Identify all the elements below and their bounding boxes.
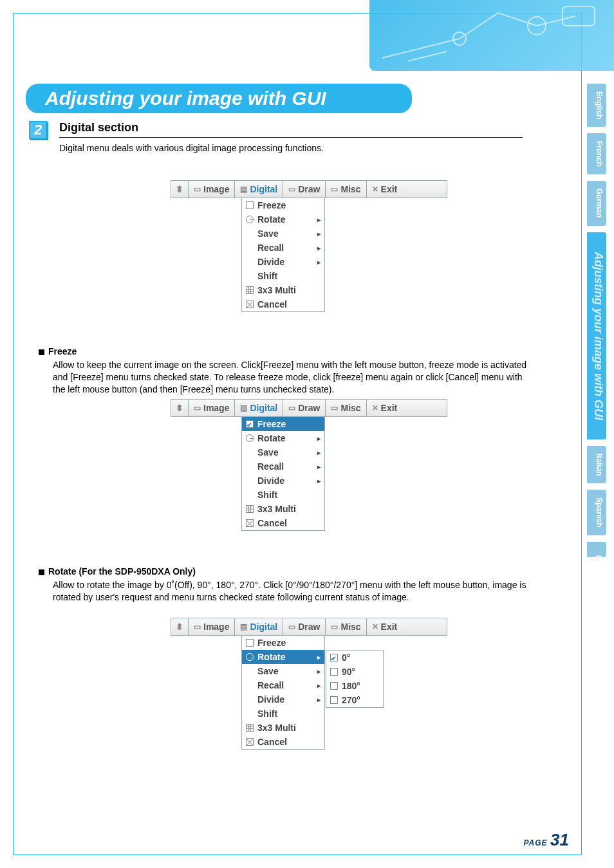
menubar-tab-digital[interactable]: ▤Digital [234,181,283,198]
menu-item-rotate[interactable]: Rotate▸ [242,212,324,226]
menubar-tab-misc[interactable]: ▭Misc [325,181,366,198]
menu-item-save[interactable]: Save▸ [242,664,324,678]
menu-item-cancel[interactable]: Cancel [242,297,324,311]
menubar-tab-draw[interactable]: ▭Draw [283,618,325,635]
rotate-icon [246,434,254,442]
menu-item-freeze[interactable]: Freeze [242,636,324,650]
menu-item-label: Save [257,666,279,676]
rotate-section: Rotate (For the SDP-950DXA Only) Allow t… [39,566,528,604]
digital-dropdown: FreezeRotate▸Save▸Recall▸Divide▸Shift3x3… [241,417,325,531]
menu-item-rotate[interactable]: Rotate▸ [242,431,324,445]
menu-screenshot-1: ⬍ ▭Image ▤Digital ▭Draw ▭Misc ✕Exit Free… [171,180,447,312]
menu-item-label: 3x3 Multi [257,504,296,514]
menu-item-divide[interactable]: Divide▸ [242,255,324,269]
menu-item-rotate[interactable]: Rotate▸0°90°180°270° [242,650,324,664]
digital-icon: ▤ [240,185,247,194]
menu-item-label: 3x3 Multi [257,285,296,295]
menubar-tab-image[interactable]: ▭Image [188,618,234,635]
close-icon [246,738,254,746]
menu-item-divide[interactable]: Divide▸ [242,474,324,488]
menubar-label: Digital [250,622,277,632]
menu-item-label: Recall [257,461,284,472]
menubar-label: Misc [340,622,360,632]
rotate-option-label: 90° [342,667,355,677]
menu-item-label: Divide [257,476,284,486]
menu-item-shift[interactable]: Shift [242,706,324,721]
cursor-icon: ⬍ [171,184,188,194]
menubar-tab-image[interactable]: ▭Image [188,181,234,198]
submenu-arrow-icon: ▸ [317,654,321,661]
menu-item-recall[interactable]: Recall▸ [242,459,324,474]
menu-item-divide[interactable]: Divide▸ [242,692,324,706]
menubar-tab-digital[interactable]: ▤Digital [234,400,283,416]
side-tab-4[interactable]: Italian [587,446,606,484]
menu-item-recall[interactable]: Recall▸ [242,678,324,692]
submenu-arrow-icon: ▸ [317,668,321,675]
menu-item-cancel[interactable]: Cancel [242,516,324,530]
rotate-heading: Rotate (For the SDP-950DXA Only) [39,566,528,577]
menubar-label: Exit [381,184,398,194]
side-tab-6[interactable]: 日本語 [587,542,606,557]
close-icon [246,519,254,527]
rotate-option-label: 180° [342,681,360,691]
side-tab-0[interactable]: English [587,84,606,127]
menu-item-3x3-multi[interactable]: 3x3 Multi [242,283,324,297]
rotate-submenu: 0°90°180°270° [326,650,384,708]
rotate-option-label: 0° [342,652,350,663]
menu-screenshot-3: ⬍ ▭Image ▤Digital ▭Draw ▭Misc ✕Exit Free… [171,618,447,750]
rotate-icon [246,653,254,661]
freeze-heading: Freeze [39,346,528,356]
menubar-tab-digital[interactable]: ▤Digital [234,618,283,635]
menu-item-3x3-multi[interactable]: 3x3 Multi [242,502,324,516]
menu-item-save[interactable]: Save▸ [242,226,324,241]
menu-item-label: Shift [257,708,277,719]
menu-item-save[interactable]: Save▸ [242,445,324,459]
grid-icon [246,286,254,294]
section-heading: Digital section [59,121,523,138]
menu-item-label: Freeze [257,419,286,429]
menu-item-freeze[interactable]: Freeze [242,417,324,431]
checkbox-icon [246,201,254,209]
rotate-heading-text: Rotate (For the SDP-950DXA Only) [48,566,196,577]
digital-icon: ▤ [240,622,247,631]
rotate-icon [246,216,254,223]
menubar-tab-image[interactable]: ▭Image [188,400,234,416]
menu-item-shift[interactable]: Shift [242,488,324,502]
rotate-option-90°[interactable]: 90° [326,665,383,679]
menubar-tab-exit[interactable]: ✕Exit [366,400,403,416]
menubar-tab-draw[interactable]: ▭Draw [283,181,325,198]
menubar-tab-draw[interactable]: ▭Draw [283,400,325,416]
grid-icon [246,505,254,513]
menubar-tab-misc[interactable]: ▭Misc [325,618,366,635]
menu-item-label: Cancel [257,518,287,528]
menubar-tab-misc[interactable]: ▭Misc [325,400,366,416]
rotate-option-0°[interactable]: 0° [326,651,383,665]
menu-item-shift[interactable]: Shift [242,269,324,283]
menu-item-label: Recall [257,680,284,690]
menu-item-label: 3x3 Multi [257,723,296,733]
menubar-tab-exit[interactable]: ✕Exit [366,618,403,635]
menu-item-3x3-multi[interactable]: 3x3 Multi [242,721,324,735]
menu-item-recall[interactable]: Recall▸ [242,241,324,255]
rotate-option-270°[interactable]: 270° [326,693,383,707]
side-tab-5[interactable]: Spanish [587,490,606,535]
side-tab-3[interactable]: Adjusting your image with GUI [587,232,606,439]
menu-item-freeze[interactable]: Freeze [242,198,324,212]
digital-dropdown: FreezeRotate▸Save▸Recall▸Divide▸Shift3x3… [241,198,325,312]
menu-item-label: Rotate [257,652,286,662]
exit-icon: ✕ [372,622,378,631]
close-icon [246,300,254,308]
menu-item-label: Divide [257,257,284,267]
gui-menubar: ⬍ ▭Image ▤Digital ▭Draw ▭Misc ✕Exit [171,180,447,198]
svg-rect-2 [563,6,595,26]
side-tab-1[interactable]: French [587,133,606,174]
menu-item-label: Shift [257,271,277,281]
rotate-option-180°[interactable]: 180° [326,679,383,693]
page-title: Adjusting your image with GUI [26,84,412,113]
side-tab-2[interactable]: German [587,181,606,225]
draw-icon: ▭ [288,185,295,194]
menubar-tab-exit[interactable]: ✕Exit [366,181,403,198]
submenu-arrow-icon: ▸ [317,230,321,237]
menu-item-cancel[interactable]: Cancel [242,735,324,749]
section-number-badge: 2 [29,121,47,139]
